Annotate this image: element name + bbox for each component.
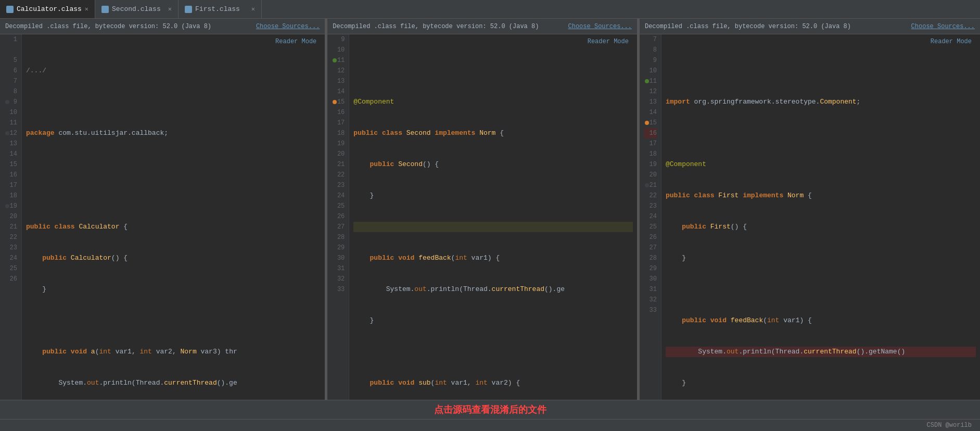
info-bar-second: Decompiled .class file, bytecode version… — [327, 19, 637, 34]
close-tab-calculator[interactable]: ✕ — [85, 5, 88, 13]
fcode-11: public class First implements Norm { — [666, 191, 976, 201]
scode-9 — [353, 66, 633, 76]
close-tab-first[interactable]: ✕ — [251, 5, 255, 13]
editor-body-calculator: 1 5 6 7 8 9 10 11 12 13 14 15 16 17 18 — [0, 34, 325, 400]
scode-14 — [353, 222, 633, 232]
scode-13: } — [353, 191, 633, 201]
sln-27: 27 — [332, 222, 345, 232]
fln-7: 7 — [644, 34, 657, 45]
sln-28: 28 — [332, 232, 345, 243]
fln-17: 17 — [644, 138, 657, 149]
sln-15: 15 — [332, 97, 345, 107]
fcode-15: public void feedBack(int var1) { — [666, 315, 976, 326]
code-line-11 — [26, 315, 321, 326]
fln-15: 15 — [644, 118, 657, 128]
fln-9: 9 — [644, 55, 657, 66]
panel-second: Decompiled .class file, bytecode version… — [327, 19, 638, 400]
fln-27: 27 — [644, 243, 657, 253]
ln-5: 5 — [4, 55, 17, 66]
scode-19: public void sub(int var1, int var2) { — [353, 378, 633, 388]
ln-16: 16 — [4, 170, 17, 180]
ln-21: 21 — [4, 222, 17, 232]
ln-17: 17 — [4, 180, 17, 191]
choose-sources-first[interactable]: Choose Sources... — [911, 23, 975, 30]
ln-2 — [4, 45, 17, 55]
code-area-second[interactable]: Reader Mode @Component public class Seco… — [349, 34, 637, 400]
sln-25: 25 — [332, 201, 345, 211]
sln-30: 30 — [332, 253, 345, 263]
tab-second[interactable]: Second.class ✕ — [95, 0, 179, 18]
fcode-12: public First() { — [666, 222, 976, 232]
fln-23: 23 — [644, 201, 657, 211]
scode-15: public void feedBack(int var1) { — [353, 253, 633, 263]
ln-1: 1 — [4, 34, 17, 45]
fcode-7 — [666, 66, 976, 76]
code-line-8: public class Calculator { — [26, 222, 321, 232]
fln-31: 31 — [644, 284, 657, 295]
tab-label-second: Second.class — [112, 5, 161, 13]
tab-icon-calculator — [6, 6, 14, 13]
line-numbers-second: 9 10 11 12 13 14 15 16 17 18 19 20 21 22… — [327, 34, 349, 400]
code-area-calculator[interactable]: Reader Mode /.../ package com.stu.uitils… — [22, 34, 325, 400]
ln-22: 22 — [4, 232, 17, 243]
scode-10: @Component — [353, 97, 633, 107]
tab-first[interactable]: First.class ✕ — [179, 0, 262, 18]
scode-11: public class Second implements Norm { — [353, 128, 633, 138]
reader-mode-first[interactable]: Reader Mode — [931, 36, 972, 47]
ln-7: 7 — [4, 76, 17, 86]
fcode-13: } — [666, 253, 976, 263]
tab-label-first: First.class — [195, 5, 240, 13]
tab-label-calculator: Calculator.class — [17, 5, 82, 13]
bottom-annotation-text: 点击源码查看混淆后的文件 — [434, 405, 546, 415]
editor-body-first: 7 8 9 10 11 12 13 14 15 16 17 18 19 20 2… — [640, 34, 980, 400]
footer-text: CSDN @worilb — [927, 422, 972, 429]
code-line-13: System.out.println(Thread.currentThread(… — [26, 378, 321, 388]
ln-10: 10 — [4, 107, 17, 118]
ln-25: 25 — [4, 263, 17, 274]
tab-icon-first — [185, 6, 192, 13]
decompile-info-second: Decompiled .class file, bytecode version… — [333, 23, 539, 30]
sln-13: 13 — [332, 76, 345, 86]
fln-25: 25 — [644, 222, 657, 232]
sln-24: 24 — [332, 191, 345, 201]
ln-18: 18 — [4, 191, 17, 201]
reader-mode-second[interactable]: Reader Mode — [588, 36, 629, 47]
scode-12: public Second() { — [353, 159, 633, 170]
sln-22: 22 — [332, 170, 345, 180]
fln-32: 32 — [644, 295, 657, 305]
decompile-info-calculator: Decompiled .class file, bytecode version… — [5, 23, 211, 30]
ln-14: 14 — [4, 149, 17, 159]
sln-19: 19 — [332, 138, 345, 149]
sln-23: 23 — [332, 180, 345, 191]
info-bar-calculator: Decompiled .class file, bytecode version… — [0, 19, 325, 34]
fcode-16: System.out.println(Thread.currentThread(… — [666, 347, 976, 357]
code-line-10: } — [26, 284, 321, 295]
code-line-1: /.../ — [26, 66, 321, 76]
choose-sources-second[interactable]: Choose Sources... — [568, 23, 632, 30]
reader-mode-calculator[interactable]: Reader Mode — [275, 36, 316, 47]
fcode-10: @Component — [666, 159, 976, 170]
ln-6: 6 — [4, 66, 17, 76]
fln-8: 8 — [644, 45, 657, 55]
code-area-first[interactable]: Reader Mode import org.springframework.s… — [661, 34, 980, 400]
choose-sources-calculator[interactable]: Choose Sources... — [256, 23, 320, 30]
sln-21: 21 — [332, 159, 345, 170]
code-line-9: public Calculator() { — [26, 253, 321, 263]
fln-10: 10 — [644, 66, 657, 76]
fln-11: 11 — [644, 76, 657, 86]
ln-13: 13 — [4, 138, 17, 149]
fln-22: 22 — [644, 191, 657, 201]
tab-calculator[interactable]: Calculator.class ✕ — [0, 0, 95, 18]
sln-31: 31 — [332, 263, 345, 274]
bottom-annotation-bar: 点击源码查看混淆后的文件 — [0, 400, 980, 419]
info-bar-first: Decompiled .class file, bytecode version… — [640, 19, 980, 34]
sln-14: 14 — [332, 86, 345, 97]
line-numbers-first: 7 8 9 10 11 12 13 14 15 16 17 18 19 20 2… — [640, 34, 661, 400]
fln-30: 30 — [644, 274, 657, 284]
code-line-2 — [26, 97, 321, 107]
fln-29: 29 — [644, 263, 657, 274]
fcode-14 — [666, 284, 976, 295]
fln-19: 19 — [644, 159, 657, 170]
close-tab-second[interactable]: ✕ — [168, 5, 172, 13]
tabs-bar: Calculator.class ✕ Second.class ✕ First.… — [0, 0, 980, 19]
